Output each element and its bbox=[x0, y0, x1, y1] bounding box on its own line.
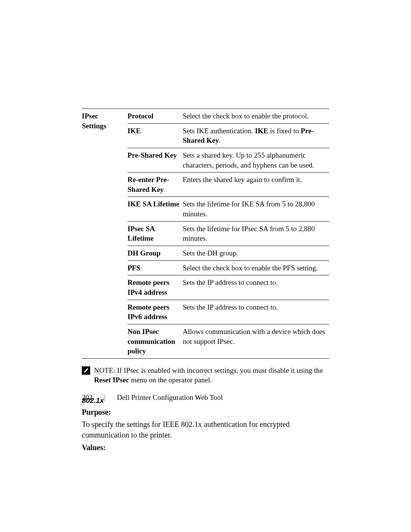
note-icon bbox=[82, 366, 90, 375]
desc-dh-group: Sets the DH group. bbox=[183, 246, 329, 261]
desc-remote-ipv6: Sets the IP address to connect to. bbox=[183, 300, 329, 324]
field-pfs: PFS bbox=[127, 260, 183, 275]
desc-protocol: Select the check box to enable the proto… bbox=[183, 109, 329, 124]
desc-pfs: Select the check box to enable the PFS s… bbox=[183, 260, 329, 275]
note-section: NOTE: If IPsec is enabled with incorrect… bbox=[82, 366, 329, 385]
field-protocol: Protocol bbox=[127, 109, 183, 124]
field-reenter-key: Re-enter Pre-Shared Key bbox=[127, 173, 183, 197]
desc-non-ipsec-policy: Allows communication with a device which… bbox=[183, 324, 329, 358]
page-footer: 202 | Dell Printer Configuration Web Too… bbox=[82, 393, 223, 402]
desc-preshared-key: Sets a shared key. Up to 255 alphanumeri… bbox=[183, 148, 329, 172]
footer-title: Dell Printer Configuration Web Tool bbox=[117, 393, 223, 402]
field-preshared-key: Pre-Shared Key bbox=[127, 148, 183, 172]
field-non-ipsec-policy: Non IPsec communication policy bbox=[127, 324, 183, 358]
field-dh-group: DH Group bbox=[127, 246, 183, 261]
desc-ike-sa-lifetime: Sets the lifetime for IKE SA from 5 to 2… bbox=[183, 197, 329, 221]
desc-ike: Sets IKE authentication. IKE is fixed to… bbox=[183, 123, 329, 148]
purpose-label: Purpose: bbox=[82, 408, 329, 417]
field-remote-ipv6: Remote peers IPv6 address bbox=[127, 300, 183, 324]
desc-remote-ipv4: Sets the IP address to connect to. bbox=[183, 275, 329, 300]
footer-separator: | bbox=[104, 393, 106, 402]
note-text: NOTE: If IPsec is enabled with incorrect… bbox=[94, 366, 329, 385]
desc-reenter-key: Enters the shared key again to confirm i… bbox=[183, 173, 329, 197]
field-ipsec-sa-lifetime: IPsec SA Lifetime bbox=[127, 221, 183, 246]
section-label: IPsec Settings bbox=[82, 109, 127, 359]
purpose-text: To specify the settings for IEEE 802.1x … bbox=[82, 419, 329, 440]
page-number: 202 bbox=[82, 393, 93, 402]
field-ike-sa-lifetime: IKE SA Lifetime bbox=[127, 197, 183, 221]
ipsec-settings-table: IPsec Settings Protocol Select the check… bbox=[82, 109, 329, 359]
desc-ipsec-sa-lifetime: Sets the lifetime for IPsec SA from 5 to… bbox=[183, 221, 329, 246]
values-label: Values: bbox=[82, 443, 329, 452]
field-remote-ipv4: Remote peers IPv4 address bbox=[127, 275, 183, 300]
field-ike: IKE bbox=[127, 123, 183, 148]
